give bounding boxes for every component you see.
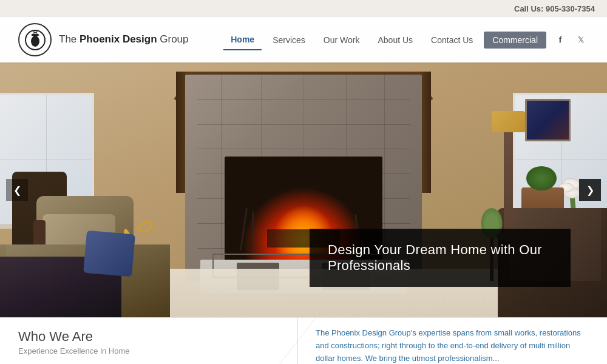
lamp-stand <box>504 123 513 232</box>
nav-services[interactable]: Services <box>265 30 313 50</box>
nav-commercial[interactable]: Commercial <box>484 32 546 49</box>
description-panel: The Phoenix Design Group's expertise spa… <box>297 318 607 364</box>
nav-contact-us[interactable]: Contact Us <box>424 30 480 50</box>
who-we-are-subtitle: Experience Excellence in Home <box>18 346 279 356</box>
prev-arrow-icon: ❮ <box>13 184 21 196</box>
svg-point-2 <box>33 35 38 41</box>
nav-our-work[interactable]: Our Work <box>316 30 367 50</box>
next-arrow-icon: ❯ <box>586 184 594 196</box>
bottom-section: Who We Are Experience Excellence in Home… <box>0 317 607 364</box>
divider-svg <box>279 318 316 364</box>
carousel-prev-button[interactable]: ❮ <box>6 179 28 201</box>
hero-section: ❮ ❯ Design Your Dream Home with Our Prof… <box>0 62 607 317</box>
nav-about-us[interactable]: About Us <box>370 30 420 50</box>
carousel-next-button[interactable]: ❯ <box>579 179 601 201</box>
who-we-are-panel: Who We Are Experience Excellence in Home <box>0 318 297 364</box>
hero-caption: Design Your Dream Home with Our Professi… <box>310 229 571 287</box>
logo[interactable]: The Phoenix Design Group <box>18 23 189 56</box>
facebook-icon[interactable]: f <box>552 32 568 48</box>
logo-icon <box>18 23 52 56</box>
logo-bold: Phoenix Design <box>80 33 157 45</box>
top-bar: Call Us: 905-330-7354 <box>0 0 607 17</box>
twitter-icon[interactable]: 𝕏 <box>573 32 589 48</box>
artwork <box>525 99 571 141</box>
logo-text: The Phoenix Design Group <box>59 33 189 46</box>
who-we-are-title: Who We Are <box>18 329 279 345</box>
hero-caption-text: Design Your Dream Home with Our Professi… <box>328 242 542 273</box>
logo-post: Group <box>157 33 189 45</box>
nav-home[interactable]: Home <box>223 30 262 50</box>
phone-number: 905-330-7354 <box>546 4 595 13</box>
logo-pre: The <box>59 33 80 45</box>
phoenix-icon <box>24 29 46 51</box>
header: The Phoenix Design Group Home Services O… <box>0 17 607 62</box>
description-text: The Phoenix Design Group's expertise spa… <box>316 327 589 364</box>
main-nav: Home Services Our Work About Us Contact … <box>223 30 589 50</box>
call-label: Call Us: <box>514 4 543 13</box>
furniture-left <box>0 147 206 317</box>
social-links: f 𝕏 <box>552 32 589 48</box>
